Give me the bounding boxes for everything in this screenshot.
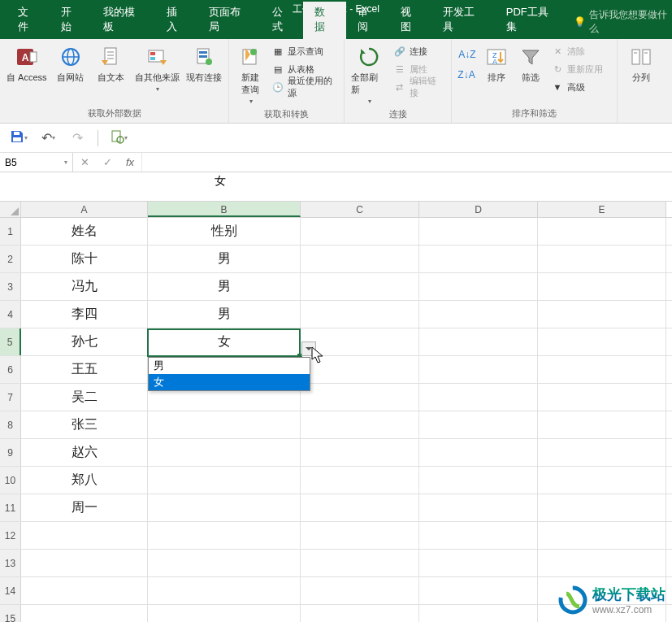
- cell-C1[interactable]: [301, 218, 419, 245]
- sort-button[interactable]: ZA 排序: [479, 42, 514, 85]
- cell-A10[interactable]: 郑八: [21, 467, 148, 494]
- name-box[interactable]: B5 ▾: [0, 153, 73, 172]
- col-header-B[interactable]: B: [148, 202, 301, 217]
- cell-C11[interactable]: [301, 494, 419, 521]
- menu-tab-插入[interactable]: 插入: [155, 2, 198, 39]
- cell-A6[interactable]: 王五: [21, 356, 148, 383]
- cell-B8[interactable]: [148, 411, 301, 438]
- cell-C10[interactable]: [301, 467, 419, 494]
- cell-B2[interactable]: 男: [148, 246, 301, 272]
- sort-desc-button[interactable]: Z↓A: [457, 66, 478, 84]
- row-header[interactable]: 11: [0, 494, 21, 521]
- col-header-E[interactable]: E: [538, 202, 666, 217]
- cell-B15[interactable]: [148, 605, 301, 622]
- connections-button[interactable]: 🔗连接: [390, 42, 448, 60]
- from-web-button[interactable]: 自网站: [50, 42, 91, 85]
- dropdown-item[interactable]: 男: [149, 358, 310, 374]
- cell-E13[interactable]: [538, 550, 666, 576]
- cell-B14[interactable]: [148, 577, 301, 604]
- row-header[interactable]: 1: [0, 218, 21, 245]
- cell-C6[interactable]: [301, 356, 419, 383]
- cell-A11[interactable]: 周一: [21, 494, 148, 521]
- undo-button[interactable]: ↶▾: [39, 129, 57, 147]
- row-header[interactable]: 2: [0, 246, 21, 272]
- row-header[interactable]: 10: [0, 467, 21, 494]
- menu-tab-PDF工具集[interactable]: PDF工具集: [495, 2, 568, 39]
- select-all-corner[interactable]: [0, 202, 21, 217]
- cell-A1[interactable]: 姓名: [21, 218, 148, 245]
- cell-E5[interactable]: [538, 328, 666, 355]
- cell-B5[interactable]: 女: [148, 328, 301, 355]
- reapply-button[interactable]: ↻重新应用: [548, 60, 606, 78]
- menu-tab-开发工具[interactable]: 开发工具: [431, 2, 494, 39]
- cell-C9[interactable]: [301, 439, 419, 466]
- menu-tab-视图[interactable]: 视图: [389, 2, 432, 39]
- cell-E9[interactable]: [538, 439, 666, 466]
- cell-C4[interactable]: [301, 301, 419, 328]
- cell-A13[interactable]: [21, 550, 148, 576]
- cell-D2[interactable]: [419, 246, 538, 272]
- cell-E11[interactable]: [538, 494, 666, 521]
- row-header[interactable]: 9: [0, 439, 21, 466]
- cell-C2[interactable]: [301, 246, 419, 272]
- cell-D11[interactable]: [419, 494, 538, 521]
- menu-tab-公式[interactable]: 公式: [261, 2, 304, 39]
- cell-C5[interactable]: [301, 328, 419, 355]
- cell-D1[interactable]: [419, 218, 538, 245]
- cell-C12[interactable]: [301, 522, 419, 549]
- print-preview-button[interactable]: ▾: [110, 129, 128, 147]
- cell-A2[interactable]: 陈十: [21, 246, 148, 272]
- formula-input[interactable]: 女: [0, 172, 672, 202]
- save-button[interactable]: ▾: [10, 129, 28, 147]
- cell-A12[interactable]: [21, 522, 148, 549]
- row-header[interactable]: 3: [0, 273, 21, 300]
- cell-D5[interactable]: [419, 328, 538, 355]
- tell-me-box[interactable]: 💡告诉我您想要做什么: [574, 8, 672, 39]
- row-header[interactable]: 8: [0, 411, 21, 438]
- cell-D8[interactable]: [419, 411, 538, 438]
- cell-C3[interactable]: [301, 273, 419, 300]
- text-to-columns-button[interactable]: 分列: [621, 42, 661, 85]
- cell-B4[interactable]: 男: [148, 301, 301, 328]
- cell-D10[interactable]: [419, 467, 538, 494]
- cell-A15[interactable]: [21, 605, 148, 622]
- cell-A8[interactable]: 张三: [21, 411, 148, 438]
- edit-links-button[interactable]: ⇄编辑链接: [390, 78, 448, 96]
- redo-button[interactable]: ↷: [68, 129, 86, 147]
- advanced-filter-button[interactable]: ▼高级: [548, 78, 606, 96]
- row-header[interactable]: 5: [0, 328, 21, 355]
- cell-C7[interactable]: [301, 384, 419, 411]
- cell-B11[interactable]: [148, 494, 301, 521]
- row-header[interactable]: 13: [0, 550, 21, 576]
- cell-B3[interactable]: 男: [148, 273, 301, 300]
- filter-button[interactable]: 筛选: [514, 42, 548, 85]
- cell-E7[interactable]: [538, 384, 666, 411]
- cell-A4[interactable]: 李四: [21, 301, 148, 328]
- cell-C13[interactable]: [301, 550, 419, 576]
- cell-E10[interactable]: [538, 467, 666, 494]
- cell-C14[interactable]: [301, 577, 419, 604]
- clear-filter-button[interactable]: ✕清除: [548, 42, 606, 60]
- menu-tab-开始[interactable]: 开始: [50, 2, 93, 39]
- cell-D6[interactable]: [419, 356, 538, 383]
- cell-D13[interactable]: [419, 550, 538, 576]
- cell-A9[interactable]: 赵六: [21, 439, 148, 466]
- menu-tab-数据[interactable]: 数据: [303, 2, 346, 39]
- cell-E6[interactable]: [538, 356, 666, 383]
- menu-tab-文件[interactable]: 文件: [7, 2, 50, 39]
- cell-D12[interactable]: [419, 522, 538, 549]
- cell-E2[interactable]: [538, 246, 666, 272]
- cell-D9[interactable]: [419, 439, 538, 466]
- dropdown-item[interactable]: 女: [149, 374, 310, 390]
- from-other-button[interactable]: 自其他来源: [132, 42, 183, 94]
- cell-B9[interactable]: [148, 439, 301, 466]
- menu-tab-页面布局[interactable]: 页面布局: [197, 2, 260, 39]
- col-header-C[interactable]: C: [301, 202, 419, 217]
- cell-D15[interactable]: [419, 605, 538, 622]
- from-access-button[interactable]: A 自 Access: [3, 42, 50, 85]
- cell-B12[interactable]: [148, 522, 301, 549]
- cell-B13[interactable]: [148, 550, 301, 576]
- cell-D4[interactable]: [419, 301, 538, 328]
- cell-A3[interactable]: 冯九: [21, 273, 148, 300]
- row-header[interactable]: 7: [0, 384, 21, 411]
